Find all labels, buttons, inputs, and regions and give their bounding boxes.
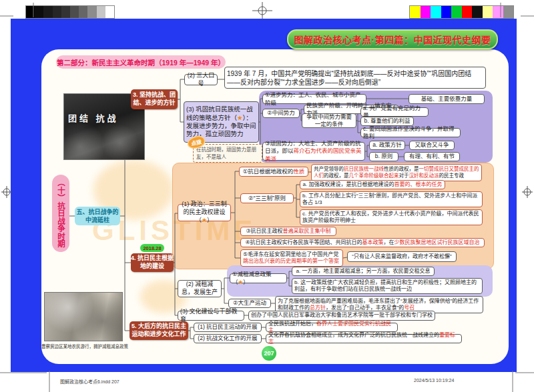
section-banner: 第二部分：新民主主义革命时期（1919 年—1949 年）: [56, 55, 226, 69]
historical-cycle-item: ⑤毛泽东在延安窑洞里给出了中国共产党跳出治乱兴衰的历史周期率的第一个答案: [240, 249, 343, 267]
culture-education-node: (3) 文化建设与干部教育: [178, 311, 244, 321]
branch4-node: 4. 抗日民主根据地的建设: [131, 253, 174, 272]
condition-a: a. 共产党要有充足的力量: [360, 107, 429, 117]
trunk-node-mainstay-of-war: 五、抗日战争的中流砥柱: [75, 207, 120, 225]
production-campaign-node: ②大生产运动: [228, 299, 271, 308]
rent-reduction-item-b: b. 这一政策既使广大农民减轻负担，提高抗日和生产的积极性；又照顾地主的利益，有…: [292, 278, 483, 294]
three-thirds-node: ②“三三制”原则: [240, 193, 294, 203]
color-calibration-bar: [409, 5, 514, 19]
middle-forces-node: ②中间势力: [262, 109, 300, 118]
politics-node: (1) 政治：三三制的民主政权建设（★）: [178, 204, 231, 221]
photo-caption: 晋察冀边区某地农民游行，拥护减租减息政策: [35, 343, 135, 349]
three-thirds-item-b: b. 工作人员分配上实行“三三制”原则，即共产党员、党外进步人士和中间派各占 1…: [300, 191, 483, 207]
grayscale-calibration-bar: [25, 5, 115, 19]
diehard-policy-value: 又联合又斗争: [409, 141, 455, 150]
culture-education-text: 创办了中国人民抗日军事政治大学和鲁迅艺术学院等一批干部学校和专门学校: [248, 311, 435, 321]
scanned-book-page: GLISTIME 图解政治核心考点·第四篇：中国近现代史纲要 第二部分：新民主主…: [0, 0, 534, 392]
rent-reduction-item-a: a. 一方面，地主要减租减息；另一方面，农民要交租交息: [292, 267, 435, 276]
exam-year-badge: 2018.28: [140, 244, 164, 252]
tip-note: 在抗战时期，顽固势力是朋友，不是敌人: [193, 144, 262, 163]
democratic-centralism-item: ③抗日民主政权普遍采取民主集中制: [240, 227, 336, 236]
page-number-badge: 207: [262, 346, 276, 361]
rent-reduction-policy-node: ①减租减息政策（★）: [230, 273, 287, 283]
diehard-policy-node: a. 政策方针: [369, 141, 405, 150]
photo-peasant-march: [44, 292, 123, 341]
footer-timestamp: 2024/5/13 10:19:24: [414, 378, 454, 383]
condition-c: c. 要同顽固派作坚决的斗争，并取得胜利: [360, 128, 461, 137]
three-slogans-text: 1939 年 7 月，中国共产党明确提出“坚持抗战到底——反对中途妥协”“巩固国…: [224, 67, 486, 89]
three-thirds-item-c: c. 共产党员代表工人和农民，党外进步人士代表小资产阶级，中间派代表民族资产阶级…: [300, 209, 483, 225]
regime-nature-node: ①抗日根据地政权的性质: [239, 167, 308, 177]
united-front-strategy-node: (3) 巩固抗日民族统一战线的策略总方针（★）：发展进步势力，争取中间势力，孤立…: [184, 101, 259, 143]
mao-quote-box: “只有让人民来监督政府，政府才不敢松懈”: [347, 251, 457, 262]
ethnic-policy-item: ④抗日民主政权实行各民族平等团结、共同抗日的基本政策，在少数民族聚居地区试行民族…: [240, 238, 485, 247]
photo-banner-text: 团结 抗战: [68, 111, 119, 124]
three-slogans-node: (2) 三大口号: [184, 74, 218, 85]
condition-b: b. 尊重他们的利益: [360, 117, 414, 126]
middle-forces-conditions-node: 争取中间势力需要一定的条件: [302, 113, 356, 128]
footer-filename: 图解政治核心考点6.indd 207: [60, 378, 119, 385]
branch5-node: 5. 大后方的抗日民主运动和进步文化工作: [129, 321, 188, 340]
culture-work-text: 文化界各抗敌协会相继成立，成为文化界广泛的抗日民族统一战线建立的重要标志: [266, 334, 462, 343]
book-title-banner: 图解政治核心考点·第四篇：中国近现代史纲要: [287, 29, 498, 49]
diehard-forces-node: ③顽固势力：大地主、大资产阶级的抗日派，即以蒋介石为代表的国民党亲英美派: [262, 142, 365, 161]
diehard-principle-value: 有理、有利、有节: [404, 152, 460, 161]
democracy-movement-text: 全民族抗战开始后，各界人士要求国民党实行抗战民主: [266, 323, 398, 332]
regime-nature-text: 共产党领导的抗日民族统一战线性质的政权，是一切赞成抗日又赞成民主的人们的政权，是…: [311, 164, 482, 181]
culture-work-node: (2) 抗战文化工作的开展: [194, 334, 262, 343]
diehard-principle-node: b. 原则: [369, 152, 398, 161]
three-thirds-item-a: a. 加强政权建设，是抗日根据地建设的首要的、根本的任务: [300, 180, 445, 189]
root-node-war-of-resistance-period: （十）抗日战争时期: [52, 175, 69, 252]
progressive-forces-note: 基础、主要依靠力量: [409, 94, 485, 104]
democracy-movement-node: (1) 抗日民主运动的开展: [194, 323, 262, 332]
economy-node: (2) 减租减息，发展生产: [178, 280, 222, 297]
branch3-node: 3. 坚持抗战、团结、进步的方针: [131, 89, 178, 109]
